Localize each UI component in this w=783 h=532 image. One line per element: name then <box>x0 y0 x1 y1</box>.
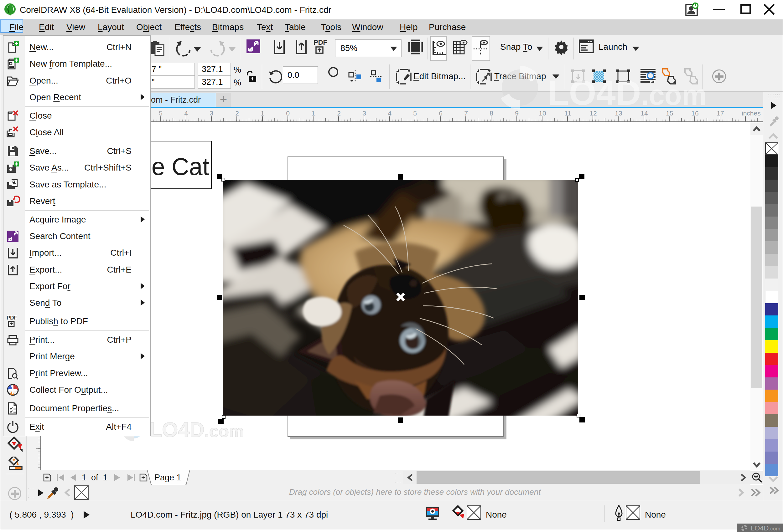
svg-text:PDF: PDF <box>7 315 17 321</box>
svg-text:LO4D.com: LO4D.com <box>149 418 244 441</box>
svg-text:PDF: PDF <box>314 38 327 46</box>
